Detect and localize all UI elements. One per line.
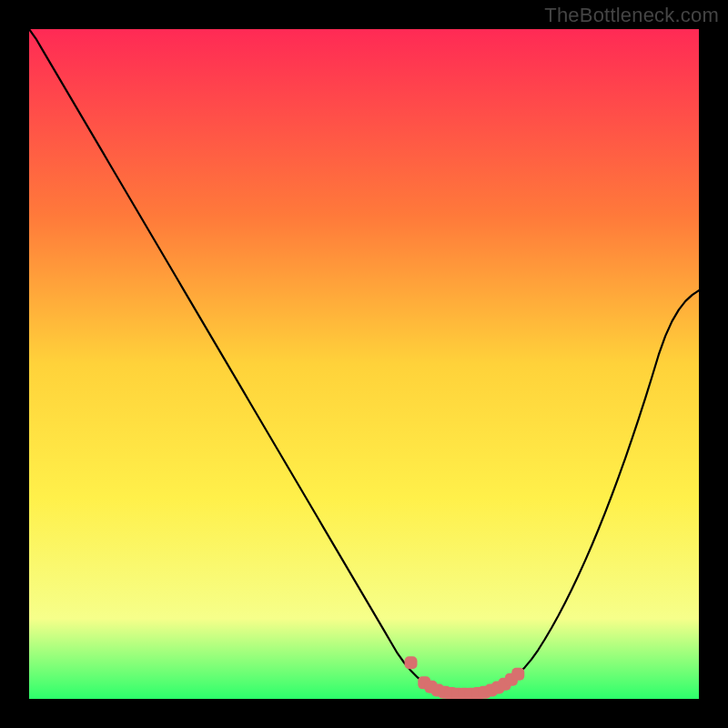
optimal-marker xyxy=(405,656,418,669)
plot-area xyxy=(29,29,699,699)
gradient-background xyxy=(29,29,699,699)
optimal-marker xyxy=(511,668,524,681)
watermark-text: TheBottleneck.com xyxy=(544,4,719,27)
bottleneck-chart xyxy=(29,29,699,699)
chart-frame: TheBottleneck.com xyxy=(0,0,728,728)
